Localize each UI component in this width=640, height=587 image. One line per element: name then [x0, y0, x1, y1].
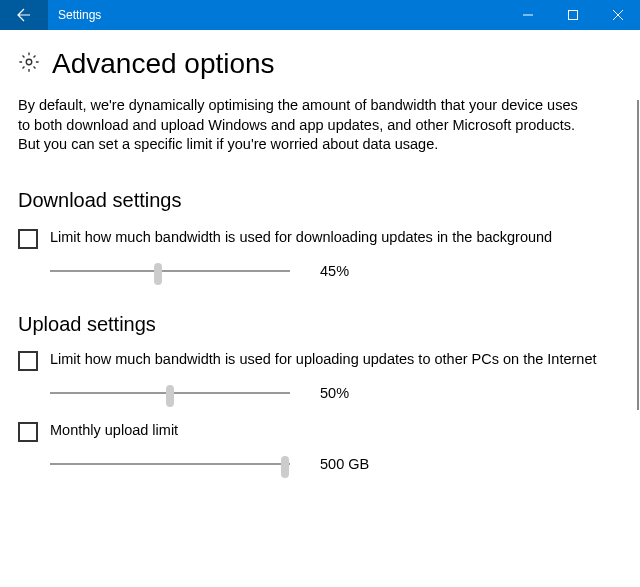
monthly-limit-row: Monthly upload limit: [18, 421, 622, 442]
close-icon: [613, 10, 623, 20]
monthly-limit-checkbox[interactable]: [18, 422, 38, 442]
page-description: By default, we're dynamically optimising…: [18, 96, 578, 155]
slider-track: [50, 270, 290, 272]
upload-limit-row: Limit how much bandwidth is used for upl…: [18, 350, 622, 371]
slider-thumb[interactable]: [154, 263, 162, 285]
content-area: Advanced options By default, we're dynam…: [0, 30, 640, 492]
upload-limit-label: Limit how much bandwidth is used for upl…: [50, 350, 597, 369]
upload-slider-row: 50%: [50, 383, 622, 403]
slider-thumb[interactable]: [166, 385, 174, 407]
window-controls: [505, 0, 640, 30]
download-limit-checkbox[interactable]: [18, 229, 38, 249]
arrow-left-icon: [16, 7, 32, 23]
download-limit-row: Limit how much bandwidth is used for dow…: [18, 228, 622, 249]
svg-rect-1: [568, 11, 577, 20]
gear-icon: [18, 51, 40, 77]
titlebar: Settings: [0, 0, 640, 30]
page-title: Advanced options: [52, 48, 275, 80]
slider-track: [50, 463, 290, 465]
minimize-button[interactable]: [505, 0, 550, 30]
back-button[interactable]: [0, 0, 48, 30]
monthly-limit-slider-row: 500 GB: [50, 454, 622, 474]
svg-point-4: [26, 59, 32, 65]
download-bandwidth-slider[interactable]: [50, 261, 290, 281]
monthly-limit-slider[interactable]: [50, 454, 290, 474]
monthly-limit-label: Monthly upload limit: [50, 421, 178, 440]
upload-settings-heading: Upload settings: [18, 313, 622, 336]
scrollbar[interactable]: [637, 100, 639, 410]
download-settings-heading: Download settings: [18, 189, 622, 212]
maximize-button[interactable]: [550, 0, 595, 30]
window-title: Settings: [48, 0, 505, 30]
slider-thumb[interactable]: [281, 456, 289, 478]
download-limit-label: Limit how much bandwidth is used for dow…: [50, 228, 552, 247]
download-slider-row: 45%: [50, 261, 622, 281]
monthly-limit-value: 500 GB: [320, 456, 369, 472]
close-button[interactable]: [595, 0, 640, 30]
upload-slider-value: 50%: [320, 385, 349, 401]
download-slider-value: 45%: [320, 263, 349, 279]
upload-limit-checkbox[interactable]: [18, 351, 38, 371]
page-header: Advanced options: [18, 48, 622, 80]
minimize-icon: [523, 10, 533, 20]
maximize-icon: [568, 10, 578, 20]
upload-bandwidth-slider[interactable]: [50, 383, 290, 403]
